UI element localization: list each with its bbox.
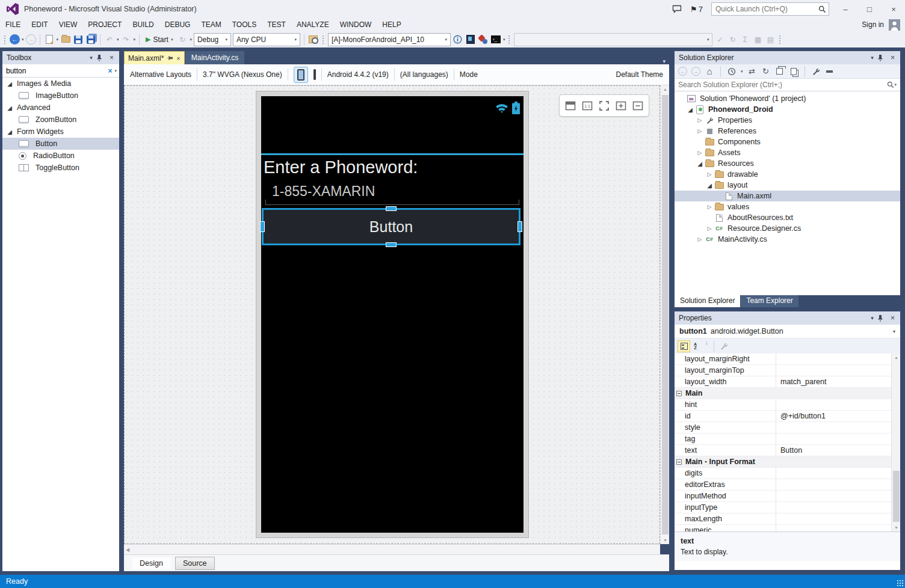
show-all-files-button[interactable] [789,67,798,76]
expanded-icon[interactable]: ◢ [6,129,13,135]
property-row[interactable]: hint [675,399,900,411]
solution-search-box[interactable]: ▾ [675,79,900,91]
toolbar-overflow-icon[interactable]: ▾ [503,37,505,42]
design-canvas[interactable]: Enter a Phoneword: 1-855-XAMARIN Button … [124,85,660,544]
toolbox-group-advanced[interactable]: ◢ Advanced [2,102,119,114]
tree-item-layout[interactable]: ◢ layout [675,180,900,191]
restart-button[interactable]: ↻ [177,34,188,45]
menu-file[interactable]: FILE [0,18,26,31]
tree-item-resource-designer[interactable]: ▷ C# Resource.Designer.cs [675,223,900,234]
menu-edit[interactable]: EDIT [26,18,53,31]
property-row[interactable]: editorExtras [675,479,900,491]
property-row[interactable]: layout_marginTop [675,365,900,376]
phone-edittext-value[interactable]: 1-855-XAMARIN [272,183,375,200]
expanded-icon[interactable]: ◢ [696,161,703,167]
pin-icon[interactable] [167,55,173,61]
property-row[interactable]: textButton [675,445,900,456]
tree-item-solution[interactable]: ∞ Solution 'Phoneword' (1 project) [675,93,900,104]
clear-search-icon[interactable]: × [105,67,114,75]
alternative-layouts-button[interactable]: Alternative Layouts [130,70,191,79]
find-in-files-button[interactable] [308,34,319,45]
toolbar-grip[interactable] [4,35,7,44]
toolbox-item-imagebutton[interactable]: ImageButton [2,90,119,102]
toggle-panels-button[interactable] [564,100,576,112]
zoom-in-button[interactable] [615,100,627,112]
window-position-icon[interactable]: ▾ [867,315,877,321]
property-row[interactable]: layout_marginRight [675,354,900,365]
menu-tools[interactable]: TOOLS [227,18,262,31]
pin-icon[interactable] [96,54,107,61]
property-row[interactable]: numeric [675,525,900,532]
search-icon[interactable] [818,5,826,13]
device-selector[interactable]: 3.7" WVGA (Nexus One) [203,70,282,79]
fit-to-window-button[interactable] [598,100,610,112]
toolbox-group-images-media[interactable]: ◢ Images & Media [2,78,119,90]
menu-help[interactable]: HELP [377,18,406,31]
refresh-icon[interactable]: ↻ [761,67,771,76]
tab-team-explorer[interactable]: Team Explorer [741,295,798,307]
back-button[interactable]: ← [678,67,687,76]
toolbox-item-button[interactable]: Button [2,138,119,150]
menu-team[interactable]: TEAM [196,18,226,31]
navigate-backward-button[interactable]: ← [10,34,20,44]
tree-item-values[interactable]: ▷ values [675,201,900,212]
feedback-icon[interactable] [672,5,682,13]
search-icon[interactable] [887,81,894,88]
pin-icon[interactable] [877,54,888,61]
tab-source[interactable]: Source [175,557,215,570]
property-row[interactable]: maxLength [675,513,900,525]
close-button[interactable]: × [886,5,901,14]
device-target-select[interactable]: [A]-MonoForAndroid_API_10 ▾ [328,33,451,46]
quick-launch-input[interactable] [715,5,818,13]
vertical-scrollbar[interactable]: ▲ ▼ [660,85,669,544]
solution-platform-select[interactable]: Any CPU ▾ [233,33,300,46]
portrait-orientation-button[interactable] [294,67,308,83]
menu-analyze[interactable]: ANALYZE [291,18,335,31]
actual-size-button[interactable]: 1:1 [581,100,593,112]
solution-search-input[interactable] [678,81,887,89]
scroll-up-icon[interactable]: ▲ [892,355,900,360]
tab-design[interactable]: Design [132,557,170,569]
info-button[interactable] [452,34,463,45]
document-list-chevron-icon[interactable]: ▾ [663,58,669,64]
undo-button[interactable]: ↶ [104,34,115,45]
resize-grip[interactable] [897,580,904,587]
resize-handle-right[interactable] [517,221,522,232]
toolbox-group-form-widgets[interactable]: ◢ Form Widgets [2,126,119,138]
android-version-selector[interactable]: Android 4.4.2 (v19) [327,70,389,79]
restart-dropdown-icon[interactable]: ▾ [190,37,192,42]
scroll-up-icon[interactable]: ▲ [661,87,670,91]
property-row[interactable]: inputType [675,502,900,513]
horizontal-scrollbar[interactable]: ◀ [124,544,660,554]
toolbar-grip[interactable] [508,35,511,44]
menu-test[interactable]: TEST [262,18,291,31]
android-button[interactable]: Button [264,210,519,243]
new-project-button[interactable] [44,34,55,45]
save-all-button[interactable] [85,34,96,45]
scrollbar-thumb[interactable] [662,95,669,534]
redo-dropdown-icon[interactable]: ▾ [134,37,136,42]
property-row[interactable]: layout_widthmatch_parent [675,376,900,388]
scroll-down-icon[interactable]: ▼ [892,525,900,530]
collapsed-icon[interactable]: ▷ [696,128,703,134]
console-button[interactable]: ›_ [490,34,501,45]
forward-button[interactable]: → [691,67,700,76]
menu-project[interactable]: PROJECT [82,18,127,31]
menu-build[interactable]: BUILD [127,18,159,31]
property-row[interactable]: id@+id/button1 [675,411,900,422]
quick-launch-box[interactable] [711,2,829,16]
tree-item-properties[interactable]: ▷ Properties [675,115,900,126]
expanded-icon[interactable]: ◢ [6,105,13,111]
expanded-icon[interactable]: ◢ [6,81,13,87]
collapse-icon[interactable] [676,391,682,396]
collapsed-icon[interactable]: ▷ [696,236,703,242]
menu-debug[interactable]: DEBUG [159,18,196,31]
notifications-flag[interactable]: ⚑ 7 [690,5,703,14]
alphabetical-sort-button[interactable]: AZ [694,343,697,350]
maximize-button[interactable]: □ [862,5,877,14]
property-row[interactable]: tag [675,433,900,445]
close-icon[interactable]: × [107,54,117,62]
window-position-icon[interactable]: ▾ [86,55,96,61]
tree-item-resources[interactable]: ◢ Resources [675,158,900,169]
filter-dropdown-icon[interactable]: ▾ [741,69,743,74]
